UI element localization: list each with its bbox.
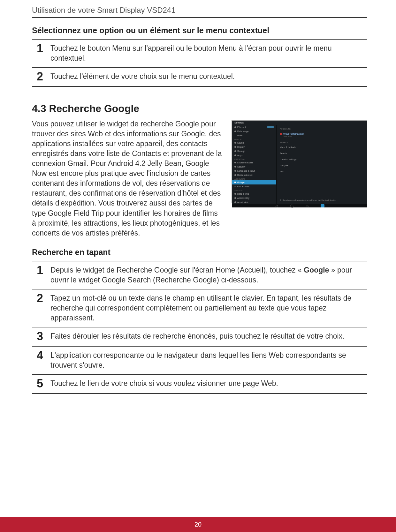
section3-steps: 1 Depuis le widget de Recherche Google s… [32,261,367,394]
step-number: 2 [32,67,48,86]
step-text: Faites dérouler les résultats de recherc… [48,327,367,346]
sidebar-item: Data usage [232,129,276,133]
android-nav-bar: ◁ ◯ ▭ [232,204,367,207]
sidebar-item: +Add account [232,184,276,189]
section2-heading: 4.3 Recherche Google [32,103,367,115]
step-row: 4 L'application correspondante ou le nav… [32,346,367,374]
step-row: 3 Faites dérouler les résultats de reche… [32,327,367,346]
step-number: 2 [32,289,48,327]
sidebar-item: About tablet [232,200,276,204]
account-email: v968678@gmail.com Sync error [280,132,364,138]
sidebar-item: Accessibility [232,196,276,200]
section1-steps: 1 Touchez le bouton Menu sur l'appareil … [32,39,367,87]
step-text: Touchez le lien de votre choix si vous v… [48,374,367,393]
sidebar-item: Sound [232,141,276,145]
detail-item: Location settings [280,157,364,161]
sidebar-category: SYSTEM [232,189,276,192]
sidebar-item: Language & input [232,169,276,173]
settings-detail-pane: ACCOUNTS v968678@gmail.com Sync error PR… [277,125,367,204]
sidebar-item: Apps [232,153,276,157]
sidebar-item: Ethernet [232,125,276,129]
sidebar-category: DEVICE [232,138,276,141]
section2-paragraph: Vous pouvez utiliser le widget de recher… [32,119,222,238]
settings-sidebar: Ethernet Data usage More... DEVICE Sound… [232,125,277,204]
section1-title: Sélectionnez une option ou un élément su… [32,26,367,35]
back-icon: ◁ [275,204,278,207]
sidebar-item-google: Google [232,180,276,184]
step-number: 1 [32,39,48,67]
sync-status: ⟳ Sync is currently experiencing problem… [280,198,364,202]
step-number: 1 [32,261,48,289]
step-row: 1 Touchez le bouton Menu sur l'appareil … [32,39,367,67]
step-text: L'application correspondante ou le navig… [48,346,367,374]
sidebar-item: Storage [232,149,276,153]
page-footer: 20 [0,517,396,532]
home-icon: ◯ [290,204,294,207]
step-row: 5 Touchez le lien de votre choix si vous… [32,374,367,393]
detail-category: ACCOUNTS [280,128,364,130]
recent-icon: ▭ [305,204,309,207]
sidebar-item: Date & time [232,192,276,196]
step-number: 5 [32,374,48,393]
step-row: 2 Touchez l'élément de votre choix sur l… [32,67,367,86]
sync-icon: ⟳ [280,199,281,201]
step-text: Touchez l'élément de votre choix sur le … [48,67,367,86]
step-number: 4 [32,346,48,374]
sidebar-item: Security [232,165,276,169]
sidebar-category: PERSONAL [232,157,276,161]
step-row: 2 Tapez un mot-clé ou un texte dans le c… [32,289,367,327]
detail-item: Search [280,151,364,155]
page-number: 20 [194,521,202,528]
android-settings-screenshot: Settings Ethernet Data usage More... DEV… [232,120,367,203]
sidebar-category: ACCOUNTS [232,177,276,180]
detail-category: PRIVACY [280,141,364,143]
detail-item: Google+ [280,163,364,168]
detail-item: Maps & Latitude [280,145,364,149]
sidebar-item: More... [232,133,276,138]
sidebar-item: Display [232,145,276,149]
detail-item: Ads [280,169,364,174]
settings-titlebar: Settings [232,121,367,125]
sidebar-item: Backup & reset [232,173,276,177]
sidebar-item: Location access [232,161,276,165]
page-header: Utilisation de votre Smart Display VSD24… [32,0,367,18]
step-text: Tapez un mot-clé ou un texte dans le cha… [48,289,367,327]
step-number: 3 [32,327,48,346]
message-icon [321,204,324,207]
step-text: Touchez le bouton Menu sur l'appareil ou… [48,39,367,67]
screenshot-container: Settings Ethernet Data usage More... DEV… [232,119,367,238]
step-row: 1 Depuis le widget de Recherche Google s… [32,261,367,289]
section3-title: Recherche en tapant [32,248,367,257]
step-text: Depuis le widget de Recherche Google sur… [48,261,367,289]
